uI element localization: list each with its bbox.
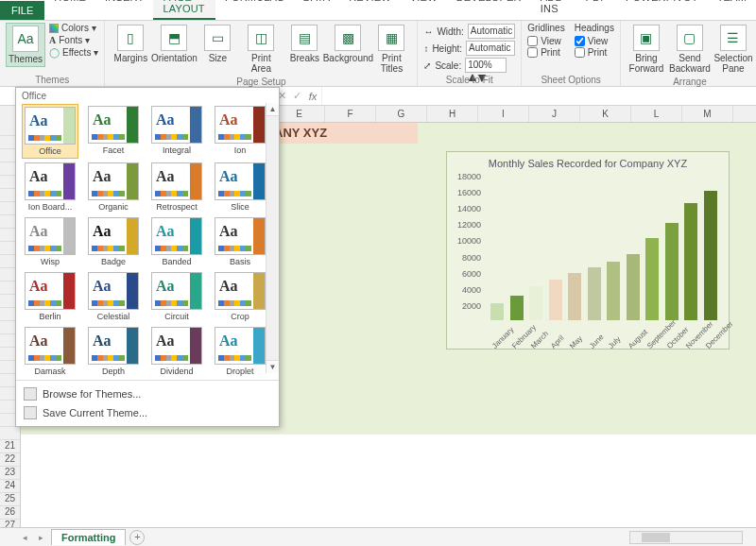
- tab-data[interactable]: DATA: [294, 0, 340, 20]
- themes-icon: Aa: [12, 26, 39, 52]
- col-header-K[interactable]: K: [580, 106, 631, 122]
- theme-option-damask[interactable]: AaDamask: [22, 325, 78, 378]
- theme-name-label: Ion Board...: [22, 202, 78, 212]
- tab-view[interactable]: VIEW: [401, 0, 447, 20]
- selection-pane-button[interactable]: ☰Selection Pane: [713, 23, 753, 76]
- selection-pane-icon: ☰: [720, 25, 747, 51]
- save-theme-item[interactable]: Save Current Theme...: [22, 403, 273, 422]
- tab-review[interactable]: REVIEW: [339, 0, 401, 20]
- scroll-down-icon[interactable]: ▼: [266, 360, 279, 373]
- col-header-F[interactable]: F: [325, 106, 376, 122]
- theme-option-crop[interactable]: AaCrop: [212, 270, 268, 323]
- width-label: Width:: [437, 26, 463, 37]
- effects-menu[interactable]: ◯Effects ▾: [49, 47, 98, 58]
- theme-option-berlin[interactable]: AaBerlin: [22, 270, 78, 323]
- theme-option-depth[interactable]: AaDepth: [85, 325, 142, 378]
- theme-name-label: Dividend: [148, 367, 205, 376]
- theme-option-retrospect[interactable]: AaRetrospect: [148, 161, 205, 213]
- themes-button[interactable]: Aa Themes: [6, 23, 45, 67]
- height-select[interactable]: Automatic ▾: [466, 41, 515, 56]
- browse-themes-item[interactable]: Browse for Themes...: [22, 384, 273, 403]
- print-titles-button[interactable]: ▦Print Titles: [371, 23, 411, 76]
- fonts-menu[interactable]: AFonts ▾: [49, 35, 98, 45]
- theme-option-basis[interactable]: AaBasis: [212, 215, 268, 268]
- theme-option-ion[interactable]: AaIon: [212, 104, 268, 159]
- theme-option-circuit[interactable]: AaCircuit: [148, 270, 205, 323]
- theme-option-celestial[interactable]: AaCelestial: [85, 270, 142, 323]
- theme-option-facet[interactable]: AaFacet: [85, 104, 142, 159]
- theme-option-integral[interactable]: AaIntegral: [148, 104, 205, 159]
- col-header-I[interactable]: I: [478, 106, 529, 122]
- tab-team[interactable]: Team: [708, 0, 756, 20]
- chart-xlabel: August: [627, 328, 649, 350]
- tab-add-ins[interactable]: ADD-INS: [531, 0, 576, 20]
- sheet-nav-next[interactable]: ▸: [35, 533, 47, 542]
- fonts-icon: A: [49, 35, 56, 45]
- gridlines-print-checkbox[interactable]: Print: [527, 47, 564, 58]
- theme-option-banded[interactable]: AaBanded: [148, 215, 205, 268]
- sheet-tab-active[interactable]: Formatting: [51, 529, 126, 545]
- row-header-21[interactable]: 21: [0, 440, 20, 453]
- headings-view-checkbox[interactable]: View: [575, 36, 614, 46]
- enter-icon[interactable]: ✓: [289, 90, 304, 102]
- sheet-nav-prev[interactable]: ◂: [19, 533, 31, 542]
- theme-option-droplet[interactable]: AaDroplet: [212, 325, 268, 378]
- chart-xlabel: July: [607, 334, 622, 350]
- theme-option-ion-board-[interactable]: AaIon Board...: [22, 161, 78, 213]
- row-header-24[interactable]: 24: [0, 480, 20, 493]
- width-select[interactable]: Automatic ▾: [468, 24, 515, 39]
- tab-home[interactable]: HOME: [44, 0, 95, 20]
- tab-developer[interactable]: DEVELOPER: [447, 0, 531, 20]
- col-header-G[interactable]: G: [376, 106, 427, 122]
- theme-option-badge[interactable]: AaBadge: [85, 215, 142, 268]
- row-header-25[interactable]: 25: [0, 493, 20, 506]
- print-area-button[interactable]: ◫Print Area: [241, 23, 281, 76]
- theme-name-label: Berlin: [22, 312, 78, 321]
- row-header-26[interactable]: 26: [0, 506, 20, 520]
- size-button[interactable]: ▭Size: [198, 23, 237, 65]
- margins-button[interactable]: ▯Margins: [111, 23, 150, 65]
- theme-option-office[interactable]: AaOffice: [22, 104, 78, 159]
- theme-option-dividend[interactable]: AaDividend: [148, 325, 205, 378]
- chart-xlabel: May: [568, 334, 584, 350]
- tab-formulas[interactable]: FORMULAS: [215, 0, 294, 20]
- tab-insert[interactable]: INSERT: [95, 0, 153, 20]
- bring-forward-button[interactable]: ▣Bring Forward: [627, 23, 666, 76]
- file-tab[interactable]: FILE: [0, 1, 44, 20]
- formula-input[interactable]: [321, 87, 756, 105]
- scale-spinner[interactable]: 100% ⯅⯆: [465, 58, 507, 73]
- fx-label[interactable]: fx: [304, 91, 321, 102]
- breaks-button[interactable]: ▤Breaks: [284, 23, 324, 65]
- theme-name-label: Droplet: [212, 367, 268, 376]
- themes-scrollbar[interactable]: ▲ ▼: [266, 103, 279, 373]
- row-header-23[interactable]: 23: [0, 467, 20, 480]
- tab-pdf[interactable]: PDF: [576, 0, 616, 20]
- col-header-L[interactable]: L: [631, 106, 682, 122]
- headings-print-checkbox[interactable]: Print: [575, 47, 614, 58]
- theme-name-label: Circuit: [148, 312, 205, 321]
- theme-option-wisp[interactable]: AaWisp: [22, 215, 78, 268]
- col-header-J[interactable]: J: [529, 106, 580, 122]
- tab-page-layout[interactable]: PAGE LAYOUT: [153, 0, 215, 20]
- tab-powerpivot[interactable]: POWERPIVOT: [616, 0, 708, 20]
- background-button[interactable]: ▩Background: [328, 23, 368, 65]
- row-header-22[interactable]: 22: [0, 453, 20, 467]
- send-backward-button[interactable]: ▢Send Backward: [670, 23, 710, 76]
- theme-name-label: Slice: [212, 202, 268, 212]
- theme-option-slice[interactable]: AaSlice: [212, 161, 268, 213]
- theme-name-label: Retrospect: [148, 202, 205, 212]
- col-header-E[interactable]: E: [274, 106, 325, 122]
- colors-menu[interactable]: Colors ▾: [49, 23, 98, 33]
- horizontal-scrollbar[interactable]: [629, 531, 743, 544]
- gridlines-view-checkbox[interactable]: View: [527, 36, 564, 46]
- group-label-themes: Themes: [6, 74, 98, 86]
- scroll-up-icon[interactable]: ▲: [266, 103, 279, 116]
- col-header-M[interactable]: M: [682, 106, 733, 122]
- chart-bar: [704, 191, 717, 320]
- theme-option-organic[interactable]: AaOrganic: [85, 161, 142, 213]
- embedded-chart[interactable]: Monthly Sales Recorded for Company XYZ 2…: [446, 151, 730, 350]
- add-sheet-button[interactable]: +: [129, 530, 145, 545]
- group-scale: ↔Width:Automatic ▾ ↕Height:Automatic ▾ ⤢…: [418, 21, 522, 86]
- orientation-button[interactable]: ⬒Orientation: [154, 23, 194, 65]
- col-header-H[interactable]: H: [427, 106, 478, 122]
